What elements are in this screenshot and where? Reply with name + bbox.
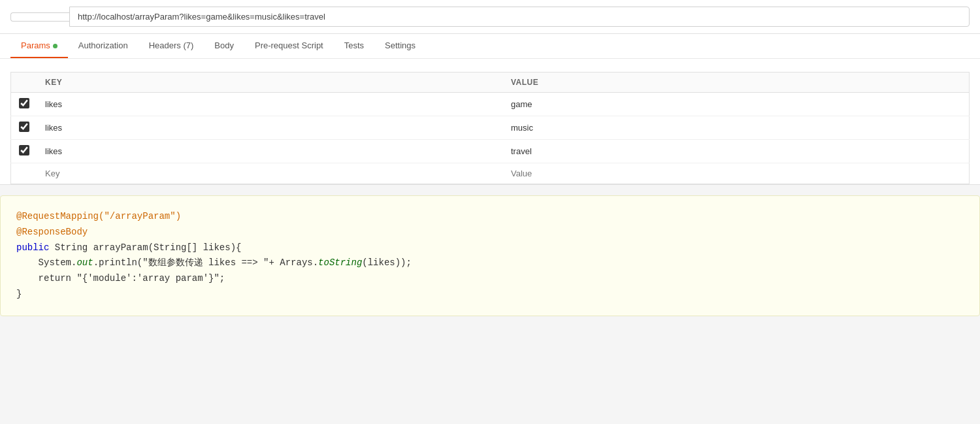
code-line: } <box>16 287 964 302</box>
code-token: String <box>55 242 93 253</box>
code-token: public <box>16 242 55 253</box>
tab-pre-request-script[interactable]: Pre-request Script <box>244 34 334 58</box>
tabs-bar: ParamsAuthorizationHeaders (7)BodyPre-re… <box>0 34 980 59</box>
col-header-checkbox <box>11 73 38 93</box>
row-key-2: likes <box>37 140 503 163</box>
params-section: KEY VALUE likesgamelikesmusiclikestravel <box>0 59 980 184</box>
tab-tests[interactable]: Tests <box>334 34 374 58</box>
row-checkbox-1[interactable] <box>19 122 29 132</box>
row-value-0: game <box>503 93 970 116</box>
code-token: .println("数组参数传递 likes ==> "+ Arrays. <box>93 257 318 268</box>
tab-active-dot <box>53 44 57 48</box>
col-header-value: VALUE <box>503 73 970 93</box>
table-row: likestravel <box>11 140 970 163</box>
code-line: @ResponseBody <box>16 225 964 240</box>
row-checkbox-2[interactable] <box>19 145 29 155</box>
table-header-row: KEY VALUE <box>11 73 970 93</box>
code-token: return "{'module':'array param'}"; <box>16 273 225 284</box>
table-empty-row <box>11 163 970 184</box>
empty-value-input[interactable] <box>511 169 961 178</box>
code-token: } <box>16 289 22 299</box>
url-input[interactable] <box>69 7 970 27</box>
url-bar <box>0 0 980 34</box>
code-token: System. <box>16 257 76 268</box>
code-token: (likes)); <box>362 257 412 268</box>
code-line: return "{'module':'array param'}"; <box>16 271 964 287</box>
code-token: out <box>76 257 93 268</box>
col-header-key: KEY <box>37 73 503 93</box>
code-token: @RequestMapping("/arrayParam") <box>16 211 181 221</box>
code-token: toString <box>318 257 362 268</box>
code-token: @ResponseBody <box>16 227 88 237</box>
row-value-2: travel <box>503 140 970 163</box>
code-line: public String arrayParam(String[] likes)… <box>16 240 964 256</box>
row-key-0: likes <box>37 93 503 116</box>
code-line: System.out.println("数组参数传递 likes ==> "+ … <box>16 255 964 271</box>
tab-settings[interactable]: Settings <box>374 34 426 58</box>
row-checkbox-0[interactable] <box>19 98 29 108</box>
tab-body[interactable]: Body <box>204 34 244 58</box>
empty-key-input[interactable] <box>45 169 495 178</box>
row-key-1: likes <box>37 116 503 140</box>
tab-authorization[interactable]: Authorization <box>68 34 139 58</box>
code-token: arrayParam(String[] likes){ <box>93 242 242 253</box>
top-panel: ParamsAuthorizationHeaders (7)BodyPre-re… <box>0 0 980 185</box>
table-row: likesgame <box>11 93 970 116</box>
params-table: KEY VALUE likesgamelikesmusiclikestravel <box>10 72 970 184</box>
row-value-1: music <box>503 116 970 140</box>
code-line: @RequestMapping("/arrayParam") <box>16 209 964 225</box>
code-panel: @RequestMapping("/arrayParam")@ResponseB… <box>0 195 980 316</box>
method-select[interactable] <box>10 12 69 22</box>
tab-params[interactable]: Params <box>10 34 68 58</box>
table-row: likesmusic <box>11 116 970 140</box>
tab-headers[interactable]: Headers (7) <box>139 34 204 58</box>
